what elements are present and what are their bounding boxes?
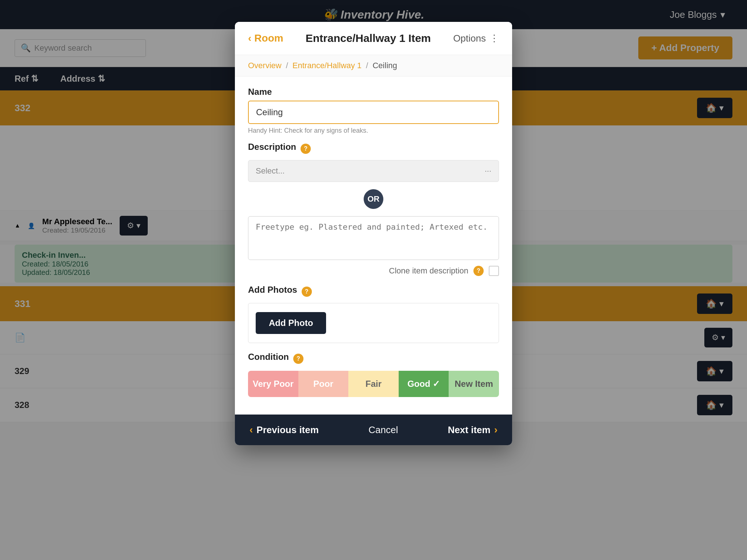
description-label: Description: [248, 142, 296, 152]
breadcrumb-overview[interactable]: Overview: [248, 61, 282, 70]
breadcrumb-sep-2: /: [366, 61, 368, 70]
condition-section: Condition ? Very Poor Poor Fair Good ✓ N…: [248, 352, 499, 404]
previous-item-button[interactable]: ‹ Previous item: [249, 424, 319, 436]
condition-new-item-button[interactable]: New Item: [449, 371, 499, 397]
prev-chevron-icon: ‹: [249, 424, 253, 436]
breadcrumb-current: Ceiling: [372, 61, 397, 70]
add-photos-box: Add Photo: [248, 303, 499, 343]
back-chevron-icon: ‹: [248, 32, 251, 44]
add-photos-help-icon[interactable]: ?: [302, 287, 312, 297]
modal-footer: ‹ Previous item Cancel Next item ›: [235, 415, 512, 445]
modal-back-label: Room: [254, 32, 283, 44]
add-photos-label-row: Add Photos ?: [248, 285, 499, 299]
condition-good-button[interactable]: Good ✓: [399, 371, 449, 397]
modal-header: ‹ Room Entrance/Hallway 1 Item Options ⋮: [235, 22, 512, 55]
description-select-button[interactable]: Select... ···: [248, 160, 499, 182]
options-label: Options: [453, 33, 486, 44]
modal: ‹ Room Entrance/Hallway 1 Item Options ⋮…: [235, 22, 512, 445]
condition-very-poor-button[interactable]: Very Poor: [248, 371, 298, 397]
modal-title: Entrance/Hallway 1 Item: [306, 32, 431, 44]
description-select-wrap: Select... ···: [248, 160, 499, 182]
name-input[interactable]: [248, 101, 499, 124]
condition-buttons: Very Poor Poor Fair Good ✓ New Item: [248, 371, 499, 397]
freetype-textarea[interactable]: [248, 216, 499, 260]
clone-label: Clone item description: [389, 266, 468, 276]
clone-row: Clone item description ?: [248, 266, 499, 276]
or-label: OR: [364, 189, 383, 209]
cancel-label: Cancel: [368, 424, 398, 435]
select-placeholder: Select...: [256, 166, 285, 176]
add-photo-button[interactable]: Add Photo: [256, 312, 326, 334]
condition-label: Condition: [248, 352, 289, 362]
cancel-button[interactable]: Cancel: [368, 424, 398, 436]
breadcrumb-sep-1: /: [286, 61, 288, 70]
condition-help-icon[interactable]: ?: [293, 354, 303, 364]
breadcrumb: Overview / Entrance/Hallway 1 / Ceiling: [235, 55, 512, 77]
options-icon: ⋮: [489, 33, 499, 44]
modal-overlay: ‹ Room Entrance/Hallway 1 Item Options ⋮…: [0, 0, 747, 560]
name-hint: Handy Hint: Check for any signs of leaks…: [248, 127, 499, 135]
description-help-icon[interactable]: ?: [301, 144, 311, 154]
condition-poor-button[interactable]: Poor: [298, 371, 349, 397]
next-item-label: Next item: [448, 424, 491, 436]
modal-options-button[interactable]: Options ⋮: [453, 33, 499, 44]
condition-label-row: Condition ?: [248, 352, 499, 366]
clone-help-icon[interactable]: ?: [473, 266, 484, 276]
or-divider: OR: [248, 189, 499, 209]
add-photos-section: Add Photos ? Add Photo: [248, 285, 499, 343]
modal-body: Name Handy Hint: Check for any signs of …: [235, 77, 512, 415]
select-dots-icon: ···: [485, 166, 491, 176]
breadcrumb-room[interactable]: Entrance/Hallway 1: [293, 61, 362, 70]
name-label: Name: [248, 87, 499, 97]
modal-back-button[interactable]: ‹ Room: [248, 32, 283, 44]
description-label-row: Description ?: [248, 142, 499, 156]
previous-item-label: Previous item: [256, 424, 319, 436]
next-chevron-icon: ›: [494, 424, 498, 436]
add-photos-label: Add Photos: [248, 285, 297, 295]
condition-fair-button[interactable]: Fair: [348, 371, 399, 397]
next-item-button[interactable]: Next item ›: [448, 424, 498, 436]
clone-checkbox[interactable]: [489, 266, 499, 276]
